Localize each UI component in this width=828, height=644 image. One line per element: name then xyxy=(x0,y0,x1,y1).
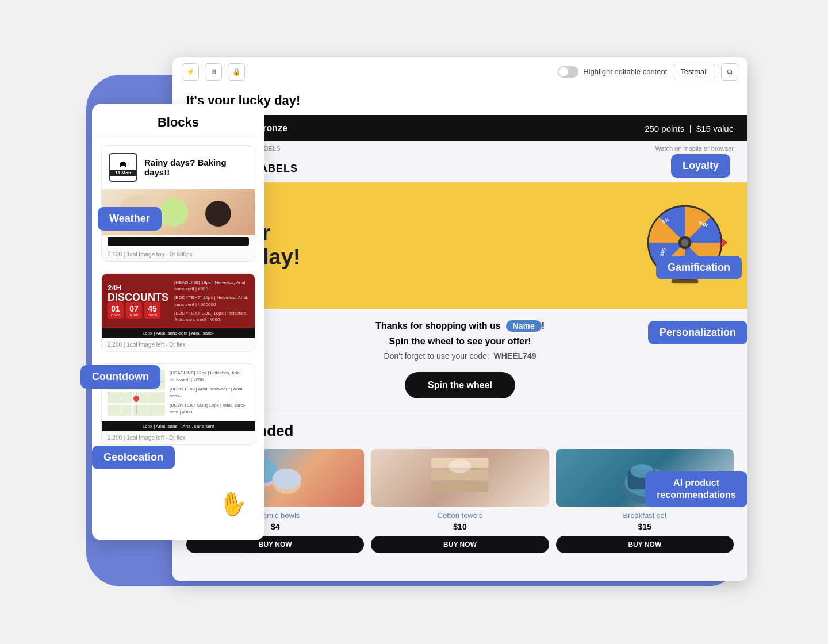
map-road-h2 xyxy=(108,403,165,405)
label-ai: AI product recommendations xyxy=(645,471,747,507)
countdown-block-card[interactable]: 24H DISCOUNTS 01 DAYS 07 MINS xyxy=(101,273,255,352)
toggle-knob xyxy=(559,67,568,76)
svg-marker-13 xyxy=(722,239,727,247)
weather-block-card[interactable]: 🌧 11 Mon Rainy days? Baking days!! 2.10 xyxy=(101,145,255,262)
countdown-digits: 01 DAYS 07 MINS 45 SECS xyxy=(108,302,168,319)
map-road-h1 xyxy=(108,390,165,392)
main-container: ⚡ 🖥 🔒 Highlight editable content Testmai… xyxy=(69,46,759,598)
copy-icon[interactable]: ⧉ xyxy=(721,63,738,80)
countdown-days: 01 DAYS xyxy=(108,302,124,319)
countdown-block-inner: 24H DISCOUNTS 01 DAYS 07 MINS xyxy=(102,274,255,351)
testmail-button[interactable]: Testmail xyxy=(673,64,715,79)
geo-text: [HEADLINE] 18px | Helvetica, Arial, sans… xyxy=(170,370,249,416)
countdown-right-text: [HEADLINE] 18px | Helvetica, Arial, sans… xyxy=(174,279,249,323)
browser-toolbar: ⚡ 🖥 🔒 Highlight editable content Testmai… xyxy=(172,57,747,86)
weather-icon-box: 🌧 11 Mon xyxy=(109,153,137,182)
weather-block-inner: 🌧 11 Mon Rainy days? Baking days!! 2.10 xyxy=(102,146,255,261)
countdown-meta: 2.200 | 1col Image left - D: flex xyxy=(102,338,255,351)
loyalty-points: 250 points | $15 value xyxy=(645,124,734,133)
countdown-hours: 07 MINS xyxy=(126,302,142,319)
label-loyalty: Loyalty xyxy=(671,154,730,178)
countdown-block-header: 24H DISCOUNTS 01 DAYS 07 MINS xyxy=(102,274,255,328)
product-card-towels: Cotton towels $10 BUY NOW xyxy=(371,449,549,553)
highlight-label: Highlight editable content xyxy=(583,67,667,76)
product-image-towels xyxy=(371,449,549,507)
countdown-footer: 16px | Arial, sans-serif | Arial, sans- xyxy=(102,328,255,338)
name-badge: Name xyxy=(506,320,542,332)
cursor-hand-icon: ✋ xyxy=(216,488,249,520)
weather-headline: Rainy days? Baking days!! xyxy=(144,158,248,177)
label-weather: Weather xyxy=(98,207,162,231)
label-personalization: Personalization xyxy=(648,321,747,344)
product-price-breakfast: $15 xyxy=(556,522,734,531)
food-circle-3 xyxy=(205,201,231,227)
blocks-title: Blocks xyxy=(92,103,264,136)
weather-footer-bar xyxy=(108,237,249,246)
geo-meta: 2.200 | 1col Image left - D: flex xyxy=(102,431,255,444)
countdown-left: 24H DISCOUNTS 01 DAYS 07 MINS xyxy=(108,283,168,319)
product-name-breakfast: Breakfast set xyxy=(556,511,734,520)
label-geolocation: Geolocation xyxy=(92,446,175,469)
food-circle-2 xyxy=(159,198,188,227)
svg-point-22 xyxy=(448,459,471,473)
highlight-toggle[interactable]: Highlight editable content xyxy=(558,66,667,78)
buy-button-breakfast[interactable]: BUY NOW xyxy=(556,536,734,553)
weather-block-meta: 2.100 | 1col Image top - D: 600px xyxy=(102,248,255,261)
blocks-content: 🌧 11 Mon Rainy days? Baking days!! 2.10 xyxy=(92,136,264,533)
label-countdown: Countdown xyxy=(80,365,160,389)
blocks-panel: Blocks 🌧 11 Mon Rainy days? Baking days!… xyxy=(92,103,264,540)
geo-footer: 16px | Arial, sans- | Arial, sans-serif xyxy=(102,421,255,431)
monitor-icon[interactable]: 🖥 xyxy=(205,63,222,80)
weather-text-block: Rainy days? Baking days!! xyxy=(144,158,248,177)
product-price-towels: $10 xyxy=(371,522,549,531)
toggle-switch[interactable] xyxy=(558,66,578,78)
svg-rect-21 xyxy=(431,482,489,492)
map-pin xyxy=(132,394,140,402)
product-name-towels: Cotton towels xyxy=(371,511,549,520)
buy-button-towels[interactable]: BUY NOW xyxy=(371,536,549,553)
countdown-minutes: 45 SECS xyxy=(144,302,160,319)
label-gamification: Gamification xyxy=(656,256,742,279)
promo-code-text: Don't forget to use your code: WHEEL749 xyxy=(186,351,734,361)
svg-point-12 xyxy=(681,239,688,246)
weather-block-header: 🌧 11 Mon Rainy days? Baking days!! xyxy=(102,146,255,189)
svg-point-18 xyxy=(273,469,301,489)
lock-icon[interactable]: 🔒 xyxy=(228,63,245,80)
weather-date: 11 Mon xyxy=(110,170,136,176)
lightning-icon[interactable]: ⚡ xyxy=(182,63,199,80)
towels-svg xyxy=(371,449,549,507)
spin-wheel-button[interactable]: Spin the wheel xyxy=(405,372,515,398)
recommended-title: Recommended xyxy=(186,422,734,440)
